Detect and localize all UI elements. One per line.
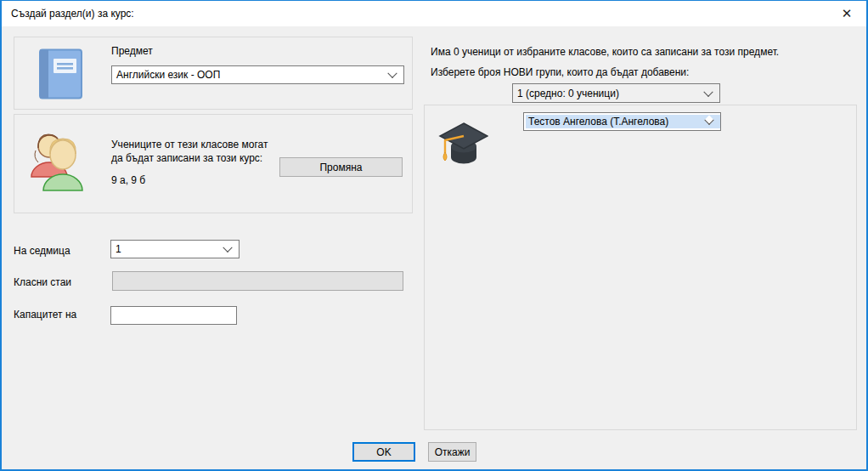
per-week-combobox[interactable]: 1	[110, 240, 240, 258]
groups-count-value: 1 (средно: 0 ученици)	[513, 88, 619, 99]
close-icon: ✕	[842, 6, 853, 21]
teacher-panel: Тестов Ангелова (Т.Ангелова)	[424, 105, 857, 430]
classrooms-input[interactable]	[112, 271, 403, 291]
ok-button[interactable]: OK	[352, 442, 415, 462]
cancel-button[interactable]: Откажи	[428, 442, 476, 462]
per-week-value: 1	[111, 243, 121, 255]
subject-value: Английски език - ООП	[112, 69, 220, 81]
groups-count-instruction: Изберете броя НОВИ групи, които да бъдат…	[431, 65, 689, 79]
capacity-label: Капацитет на	[14, 308, 76, 321]
graduation-cap-icon	[434, 117, 488, 168]
classrooms-label: Класни стаи	[14, 275, 71, 289]
selected-classes-value: 9 а, 9 б	[111, 173, 145, 187]
dialog-window: Създай раздел(и) за курс: ✕ Предмет Англ…	[0, 0, 868, 471]
classes-info-line1: Учениците от тези класове могат	[111, 138, 268, 151]
per-week-label: На седмица	[14, 244, 70, 258]
chevron-down-icon	[387, 69, 397, 78]
teacher-value: Тестов Ангелова (Т.Ангелова)	[526, 115, 720, 128]
titlebar: Създай раздел(и) за курс: ✕	[2, 1, 866, 26]
subject-label: Предмет	[111, 44, 153, 58]
enrolled-info-text: Има 0 ученици от избраните класове, коит…	[431, 45, 779, 59]
classes-info-line2: да бъдат записани за този курс:	[111, 151, 262, 165]
chevron-down-icon	[223, 243, 232, 253]
groups-count-combobox[interactable]: 1 (средно: 0 ученици)	[512, 83, 720, 103]
dialog-title: Създай раздел(и) за курс:	[11, 8, 134, 20]
change-button[interactable]: Промяна	[279, 157, 403, 177]
teacher-combobox[interactable]: Тестов Ангелова (Т.Ангелова)	[523, 112, 721, 131]
book-icon	[35, 48, 83, 100]
classes-panel: Учениците от тези класове могат да бъдат…	[14, 114, 413, 213]
subject-panel: Предмет Английски език - ООП	[14, 37, 413, 110]
capacity-input[interactable]	[110, 306, 237, 325]
subject-combobox[interactable]: Английски език - ООП	[111, 65, 404, 84]
students-icon	[29, 128, 87, 191]
close-button[interactable]: ✕	[832, 1, 861, 26]
chevron-down-icon	[703, 87, 713, 96]
